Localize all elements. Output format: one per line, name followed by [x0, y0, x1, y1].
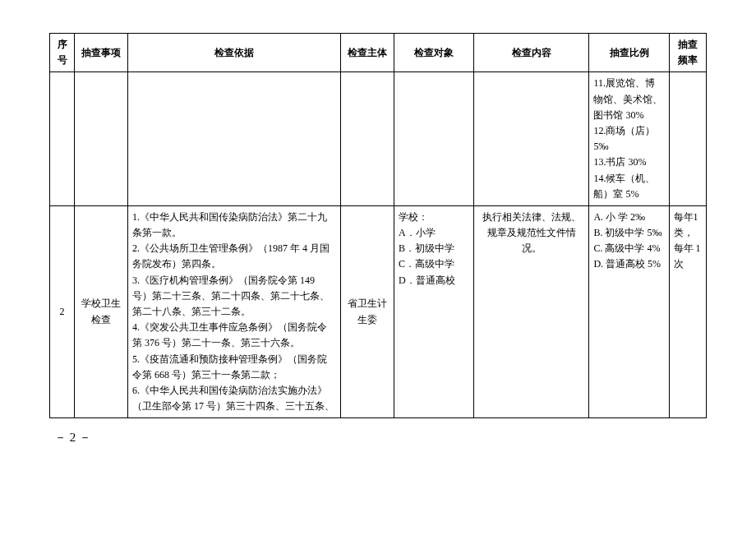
cell-subject-blank: [341, 72, 394, 206]
table-header: 序号 抽查事项 检查依据 检查主体 检查对象 检查内容 抽查比例 抽查频率: [50, 34, 707, 72]
target-line: D．普通高校: [399, 273, 469, 288]
cell-ratio-1: 11.展览馆、博物馆、美术馆、图书馆 30% 12.商场（店）5‰ 13.书店 …: [589, 72, 669, 206]
ratio-line: 13.书店 30%: [593, 155, 664, 170]
header-ratio: 抽查比例: [589, 34, 669, 72]
target-line: A．小学: [399, 225, 469, 241]
cell-seq-blank: [50, 72, 75, 206]
target-line: B．初级中学: [399, 241, 469, 256]
header-content: 检查内容: [474, 34, 589, 72]
cell-freq-2: 每年1 类，每年 1次: [669, 205, 706, 417]
ratio-line: 12.商场（店）5‰: [593, 123, 664, 155]
basis-line: 6.《中华人民共和国传染病防治法实施办法》（卫生部令第 17 号）第三十四条、三…: [132, 383, 336, 414]
cell-target-2: 学校： A．小学 B．初级中学 C．高级中学 D．普通高校: [394, 205, 473, 417]
ratio-line: C. 高级中学 4%: [593, 241, 664, 256]
table-row-1-continuation: 11.展览馆、博物馆、美术馆、图书馆 30% 12.商场（店）5‰ 13.书店 …: [50, 72, 707, 206]
ratio-line: D. 普通高校 5%: [593, 256, 664, 272]
target-line: C．高级中学: [399, 256, 469, 272]
ratio-line: B. 初级中学 5‰: [593, 225, 664, 241]
ratio-line: A. 小 学 2‰: [593, 210, 664, 225]
ratio-line: 11.展览馆、博物馆、美术馆、图书馆 30%: [593, 76, 664, 123]
cell-basis-2: 1.《中华人民共和国传染病防治法》第二十九条第一款。 2.《公共场所卫生管理条例…: [128, 205, 341, 417]
header-target: 检查对象: [394, 34, 473, 72]
target-line: 学校：: [399, 210, 469, 225]
cell-item-blank: [75, 72, 128, 206]
cell-content-blank: [474, 72, 589, 206]
table-row-2: 2 学校卫生检查 1.《中华人民共和国传染病防治法》第二十九条第一款。 2.《公…: [50, 205, 707, 417]
basis-line: 5.《疫苗流通和预防接种管理条例》（国务院令第 668 号）第三十一条第二款；: [132, 352, 336, 383]
cell-ratio-2: A. 小 学 2‰ B. 初级中学 5‰ C. 高级中学 4% D. 普通高校 …: [589, 205, 669, 417]
header-seq: 序号: [50, 34, 75, 72]
cell-subject-2: 省卫生计生委: [341, 205, 394, 417]
basis-line: 4.《突发公共卫生事件应急条例》（国务院令第 376 号）第二十一条、第三十六条…: [132, 320, 336, 351]
page-number: － 2 －: [49, 430, 707, 445]
basis-line: 2.《公共场所卫生管理条例》（1987 年 4 月国务院发布）第四条。: [132, 241, 336, 272]
header-subject: 检查主体: [341, 34, 394, 72]
cell-target-blank: [394, 72, 473, 206]
cell-seq-2: 2: [50, 205, 75, 417]
ratio-line: 14.候车（机、船）室 5%: [593, 171, 664, 202]
basis-line: 3.《医疗机构管理条例》（国务院令第 149 号）第二十三条、第二十四条、第二十…: [132, 273, 336, 321]
cell-basis-blank: [128, 72, 341, 206]
header-basis: 检查依据: [128, 34, 341, 72]
inspection-table: 序号 抽查事项 检查依据 检查主体 检查对象 检查内容 抽查比例 抽查频率 11…: [49, 33, 707, 418]
cell-content-2: 执行相关法律、法规、规章及规范性文件情况。: [474, 205, 589, 417]
cell-freq-blank: [669, 72, 706, 206]
basis-line: 1.《中华人民共和国传染病防治法》第二十九条第一款。: [132, 210, 336, 241]
header-item: 抽查事项: [75, 34, 128, 72]
header-freq: 抽查频率: [669, 34, 706, 72]
cell-item-2: 学校卫生检查: [75, 205, 128, 417]
